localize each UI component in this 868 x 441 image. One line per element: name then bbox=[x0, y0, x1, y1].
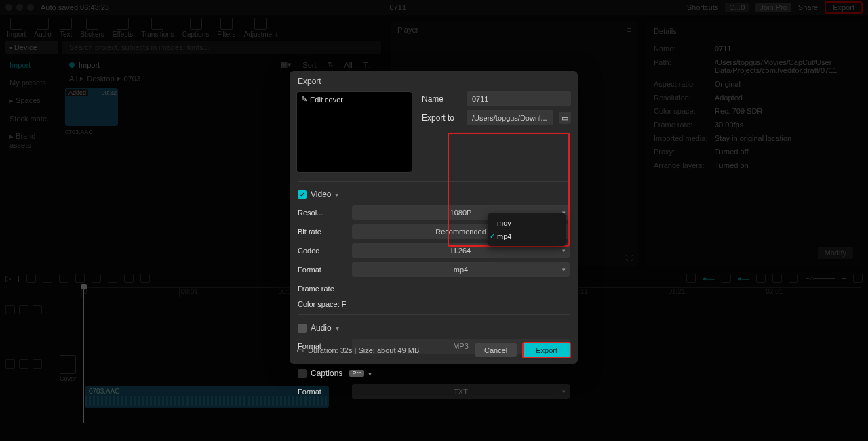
preview-box: Edit cover bbox=[296, 91, 412, 173]
exportto-label: Export to bbox=[422, 113, 461, 123]
folder-icon[interactable]: ▭ bbox=[559, 112, 571, 124]
audio-checkbox[interactable] bbox=[298, 324, 307, 333]
name-label: Name bbox=[422, 94, 461, 104]
modal-title: Export bbox=[290, 71, 578, 91]
video-section-label: Video bbox=[311, 190, 331, 199]
video-checkbox[interactable]: ✓ bbox=[298, 190, 307, 199]
captions-section-label: Captions bbox=[311, 369, 342, 378]
captions-format-select: TXT bbox=[352, 384, 570, 399]
pro-badge: Pro bbox=[349, 370, 364, 377]
framerate-label: Frame rate bbox=[298, 285, 347, 293]
name-input[interactable] bbox=[467, 91, 571, 106]
exportto-path: /Users/topgus/Downl... bbox=[467, 110, 553, 125]
duration-info: Duration: 32s | Size: about 49 MB bbox=[296, 345, 419, 355]
captions-checkbox[interactable] bbox=[298, 369, 307, 378]
codec-label: Codec bbox=[298, 247, 347, 255]
resolution-label: Resol... bbox=[298, 209, 347, 217]
audio-section-label: Audio bbox=[311, 323, 332, 333]
format-label: Format bbox=[298, 266, 347, 274]
format-option-mov[interactable]: mov bbox=[488, 216, 566, 230]
export-button[interactable]: Export bbox=[522, 342, 571, 358]
format-option-mp4[interactable]: mp4 bbox=[488, 230, 566, 243]
captions-format-label: Format bbox=[298, 387, 347, 396]
edit-cover-button[interactable]: Edit cover bbox=[301, 95, 343, 104]
format-select[interactable]: mp4 bbox=[352, 262, 570, 277]
bitrate-label: Bit rate bbox=[298, 228, 347, 236]
colorspace-label: Color space: F bbox=[298, 300, 347, 308]
format-dropdown: mov mp4 bbox=[488, 213, 566, 246]
cancel-button[interactable]: Cancel bbox=[475, 343, 517, 357]
